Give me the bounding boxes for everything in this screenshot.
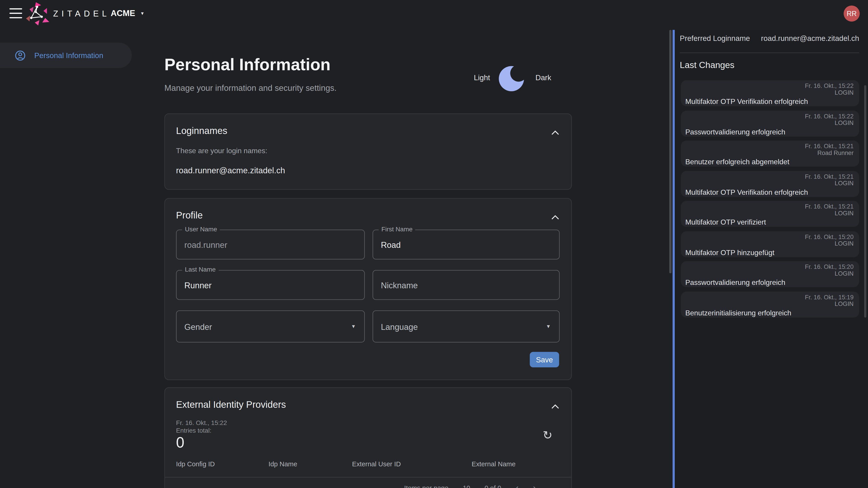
gender-select[interactable]: Gender ▼ (176, 311, 365, 343)
event-description: Passwortvalidierung erfolgreich (685, 127, 854, 136)
language-placeholder: Language (381, 322, 418, 331)
preferred-loginname-label: Preferred Loginname (680, 34, 750, 43)
event-timestamp: Fr. 16. Okt., 15:21 (685, 143, 854, 149)
event-actor: LOGIN (685, 180, 854, 186)
user-name-value: road.runner (184, 240, 227, 250)
theme-toggle: Light Dark (474, 63, 551, 92)
change-event-item[interactable]: Fr. 16. Okt., 15:22 LOGIN Passwortvalidi… (681, 110, 859, 136)
user-name-field[interactable]: User Name road.runner (176, 230, 365, 259)
org-switcher[interactable]: ACME ▼ (111, 8, 145, 18)
gender-placeholder: Gender (184, 322, 212, 331)
sidebar-accent-divider (672, 30, 675, 488)
event-timestamp: Fr. 16. Okt., 15:22 (685, 83, 854, 89)
event-description: Passwortvalidierung erfolgreich (685, 278, 854, 287)
changes-sidebar: Preferred Loginname road.runner@acme.zit… (675, 30, 868, 488)
last-name-value: Runner (184, 280, 212, 290)
dropdown-arrow-icon: ▼ (546, 324, 551, 329)
entries-total-label: Entries total: (176, 427, 212, 434)
entries-total-value: 0 (176, 434, 184, 451)
event-actor: LOGIN (685, 240, 854, 247)
org-name: ACME (111, 8, 135, 18)
event-actor: LOGIN (685, 89, 854, 96)
event-description: Benutzer erfolgreich abgemeldet (685, 158, 854, 166)
collapse-chevron-up-icon[interactable] (551, 213, 559, 221)
nickname-placeholder: Nickname (381, 280, 418, 290)
event-actor: LOGIN (685, 300, 854, 307)
preferred-loginname-value: road.runner@acme.zitadel.ch (761, 34, 859, 43)
changes-scrollbar[interactable] (864, 85, 866, 318)
items-per-page-value[interactable]: 10 (463, 484, 470, 488)
zitadel-console: ZITADEL ACME ▼ RR Personal Information P… (0, 0, 868, 488)
event-description: Benutzerinitialisierung erfolgreich (685, 308, 854, 317)
collapse-chevron-up-icon[interactable] (551, 402, 559, 411)
last-changes-title: Last Changes (680, 60, 735, 70)
change-event-item[interactable]: Fr. 16. Okt., 15:21 Road Runner Benutzer… (681, 140, 859, 166)
change-event-item[interactable]: Fr. 16. Okt., 15:19 LOGIN Benutzerinitia… (681, 291, 859, 317)
language-select[interactable]: Language ▼ (373, 311, 560, 343)
event-timestamp: Fr. 16. Okt., 15:22 (685, 112, 854, 119)
save-button[interactable]: Save (530, 352, 559, 367)
previous-page-icon[interactable]: ‹ (516, 485, 519, 488)
event-timestamp: Fr. 16. Okt., 15:20 (685, 233, 854, 240)
event-actor: LOGIN (685, 119, 854, 126)
last-name-field[interactable]: Last Name Runner (176, 270, 365, 300)
column-header-idp-config-id: Idp Config ID (176, 460, 215, 468)
column-header-external-user-id: External User ID (352, 460, 401, 468)
main-scrollbar[interactable] (669, 30, 672, 273)
user-avatar[interactable]: RR (844, 5, 860, 22)
page-range: 0 of 0 (485, 484, 501, 488)
first-name-value: Road (381, 240, 401, 250)
collapse-chevron-up-icon[interactable] (551, 128, 559, 137)
change-event-item[interactable]: Fr. 16. Okt., 15:20 LOGIN Multifaktor OT… (681, 231, 859, 257)
refresh-icon[interactable]: ↻ (543, 429, 553, 442)
dropdown-arrow-icon: ▼ (351, 324, 356, 329)
column-header-external-name: External Name (472, 460, 516, 468)
change-event-item[interactable]: Fr. 16. Okt., 15:20 LOGIN Passwortvalidi… (681, 261, 859, 287)
sidebar-divider (680, 53, 859, 53)
profile-title: Profile (176, 210, 203, 221)
event-timestamp: Fr. 16. Okt., 15:21 (685, 203, 854, 210)
zitadel-wordmark: ZITADEL (53, 9, 110, 18)
event-description: Multifaktor OTP hinzugefügt (685, 248, 854, 257)
idp-timestamp: Fr. 16. Okt., 15:22 (176, 419, 227, 426)
chevron-down-icon: ▼ (140, 11, 145, 16)
table-divider (165, 477, 571, 477)
page-subtitle: Manage your information and security set… (164, 83, 337, 92)
loginnames-card: Loginnames These are your login names: r… (164, 113, 572, 190)
paginator: Items per page 10 0 of 0 ‹ › (404, 484, 536, 488)
change-event-item[interactable]: Fr. 16. Okt., 15:21 LOGIN Multifaktor OT… (681, 201, 859, 227)
external-idp-card: External Identity Providers Fr. 16. Okt.… (164, 387, 572, 488)
nickname-field[interactable]: Nickname (373, 270, 560, 300)
loginnames-description: These are your login names: (176, 147, 268, 155)
top-bar: ZITADEL ACME ▼ RR (0, 0, 868, 27)
last-changes-list: Fr. 16. Okt., 15:22 LOGIN Multifaktor OT… (681, 80, 859, 322)
last-name-label: Last Name (182, 266, 219, 273)
sidebar-item-personal-information[interactable]: Personal Information (0, 43, 132, 68)
moon-icon[interactable] (498, 63, 527, 92)
event-timestamp: Fr. 16. Okt., 15:19 (685, 293, 854, 300)
next-page-icon[interactable]: › (533, 485, 536, 488)
sidebar-item-label: Personal Information (34, 51, 103, 60)
theme-light-label[interactable]: Light (474, 73, 490, 82)
event-actor: Road Runner (685, 149, 854, 156)
first-name-label: First Name (379, 226, 415, 232)
loginname-value: road.runner@acme.zitadel.ch (176, 165, 285, 175)
event-description: Multifaktor OTP Verifikation erfolgreich (685, 97, 854, 106)
change-event-item[interactable]: Fr. 16. Okt., 15:22 LOGIN Multifaktor OT… (681, 80, 859, 106)
event-actor: LOGIN (685, 210, 854, 216)
zitadel-logo-icon (26, 2, 49, 26)
change-event-item[interactable]: Fr. 16. Okt., 15:21 LOGIN Multifaktor OT… (681, 171, 859, 197)
column-header-idp-name: Idp Name (269, 460, 297, 468)
theme-dark-label[interactable]: Dark (535, 73, 551, 82)
page-title: Personal Information (164, 55, 331, 74)
first-name-field[interactable]: First Name Road (373, 230, 560, 259)
items-per-page-label: Items per page (404, 484, 448, 488)
loginnames-title: Loginnames (176, 126, 227, 137)
hamburger-menu-icon[interactable] (9, 8, 22, 18)
user-name-label: User Name (182, 226, 220, 232)
profile-card: Profile User Name road.runner First Name… (164, 198, 572, 380)
event-description: Multifaktor OTP verifiziert (685, 218, 854, 227)
person-icon (15, 50, 26, 61)
event-timestamp: Fr. 16. Okt., 15:21 (685, 173, 854, 180)
event-description: Multifaktor OTP Verifikation erfolgreich (685, 188, 854, 197)
